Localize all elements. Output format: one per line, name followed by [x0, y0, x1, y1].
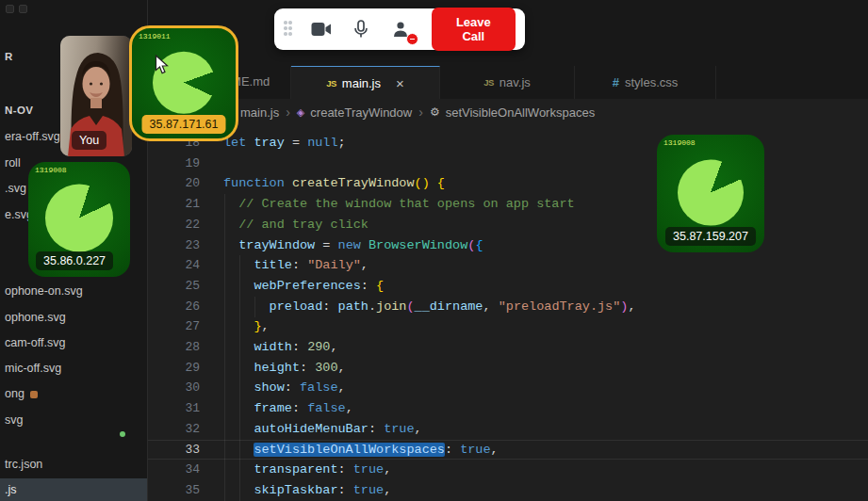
sidebar-file-item[interactable]: ophone-on.svg — [0, 280, 147, 302]
file-name: trc.json — [5, 458, 42, 471]
file-name: mic-off.svg — [5, 362, 61, 375]
code-line-text: function createTrayWindow() { — [223, 173, 445, 194]
file-name: R — [5, 51, 13, 62]
code-line[interactable]: 32 autoHideMenuBar: true, — [148, 419, 868, 440]
file-name: .svg — [5, 182, 26, 195]
code-line[interactable]: 29 height: 300, — [148, 358, 868, 379]
line-number: 34 — [148, 460, 200, 480]
tab-main-js[interactable]: JS main.js × — [291, 66, 440, 99]
git-status-dot — [120, 431, 125, 437]
sidebar-file-item[interactable]: .js — [0, 478, 147, 501]
code-line-text: autoHideMenuBar: true, — [223, 419, 422, 440]
participants-button[interactable] — [387, 15, 416, 43]
participant-name-badge: 35.87.159.207 — [665, 227, 756, 246]
code-line[interactable]: 33 setVisibleOnAllWorkspaces: true, — [148, 440, 868, 461]
code-line[interactable]: 35 skipTaskbar: true, — [148, 480, 868, 501]
drag-handle-icon[interactable] — [284, 21, 293, 38]
code-line-text: // Create the window that opens on app s… — [223, 194, 575, 215]
tab-bar: README.md JS main.js × JS nav.js # style… — [148, 66, 868, 99]
code-line[interactable]: 28 width: 290, — [148, 337, 868, 358]
line-number: 24 — [148, 255, 200, 276]
code-line-text: // and tray click — [223, 215, 368, 235]
code-line-text: transparent: true, — [223, 460, 391, 480]
file-name: ophone.svg — [5, 311, 66, 324]
camera-icon — [311, 22, 332, 37]
code-line[interactable]: 25 webPreferences: { — [148, 276, 868, 297]
line-number: 29 — [148, 358, 200, 379]
close-tab-icon[interactable]: × — [396, 75, 404, 91]
participant-meter-text: 1319008 — [35, 166, 67, 174]
css-file-icon: # — [613, 75, 619, 89]
code-line-text: }, — [223, 316, 270, 337]
tab-nav-js[interactable]: JS nav.js — [440, 66, 575, 99]
participant-name-badge: 35.86.0.227 — [36, 251, 113, 270]
code-line[interactable]: 26 preload: path.join(__dirname, "preloa… — [148, 297, 868, 317]
code-line[interactable]: 34 transparent: true, — [148, 460, 868, 480]
code-line-text: let tray = null; — [223, 133, 346, 154]
daily-logo — [45, 185, 113, 252]
participant-tile-selected[interactable]: 1319011 35.87.171.61 — [129, 25, 238, 141]
chevron-right-icon: › — [286, 105, 290, 120]
code-line-text: webPreferences: { — [223, 276, 384, 297]
code-line[interactable]: 27 }, — [148, 316, 868, 337]
line-number: 32 — [148, 419, 200, 440]
breadcrumb: main.js › ◈ createTrayWindow › ⚙ setVisi… — [148, 99, 868, 125]
participant-tile-right[interactable]: 1319008 35.87.159.207 — [657, 135, 764, 252]
js-file-icon: JS — [483, 77, 494, 88]
code-line-text: show: false, — [223, 378, 346, 398]
daily-logo — [678, 159, 744, 225]
line-number: 20 — [148, 173, 200, 194]
js-file-icon: JS — [326, 78, 336, 89]
breadcrumb-file[interactable]: main.js — [240, 105, 279, 120]
symbol-property-icon: ⚙ — [430, 105, 440, 119]
tab-label: styles.css — [625, 75, 678, 89]
mouse-cursor — [155, 55, 170, 79]
line-number: 27 — [148, 316, 200, 337]
breadcrumb-symbol-property[interactable]: setVisibleOnAllWorkspaces — [446, 105, 595, 120]
microphone-icon — [353, 20, 368, 39]
sidebar-file-item[interactable]: svg — [0, 409, 147, 431]
line-number: 35 — [148, 480, 200, 501]
symbol-function-icon: ◈ — [297, 106, 304, 119]
code-line[interactable]: 24 title: "Daily", — [148, 255, 868, 276]
participant-name-badge: You — [72, 131, 106, 150]
microphone-button[interactable] — [348, 15, 376, 43]
participant-meter-text: 1319008 — [663, 138, 696, 147]
sidebar-file-item[interactable]: mic-off.svg — [0, 357, 147, 380]
screen: { "toolbar": { "leave_call_label": "Leav… — [0, 0, 868, 501]
participant-tile-left[interactable]: 1319008 35.86.0.227 — [28, 162, 130, 277]
camera-button[interactable] — [307, 15, 336, 43]
participant-alert-badge — [406, 33, 418, 45]
line-number: 31 — [148, 398, 200, 419]
code-line[interactable]: 31 frame: false, — [148, 398, 868, 419]
code-line[interactable]: 30 show: false, — [148, 378, 868, 398]
line-number: 28 — [148, 337, 200, 358]
tab-styles-css[interactable]: # styles.css — [575, 66, 716, 99]
line-number: 23 — [148, 235, 200, 256]
participant-meter-text: 1319011 — [139, 32, 171, 40]
leave-call-button[interactable]: Leave Call — [432, 8, 516, 51]
code-line-text: title: "Daily", — [223, 255, 368, 276]
participant-name-badge: 35.87.171.61 — [142, 115, 226, 134]
chevron-right-icon: › — [418, 105, 423, 120]
file-name: .js — [5, 483, 17, 496]
sidebar-file-item[interactable]: cam-off.svg — [0, 331, 147, 354]
code-line-text: setVisibleOnAllWorkspaces: true, — [223, 440, 499, 461]
titlebar-icon — [6, 5, 14, 13]
sidebar-file-item[interactable]: ophone.svg — [0, 306, 147, 329]
tab-label: nav.js — [500, 75, 531, 89]
code-line-text: width: 290, — [223, 337, 338, 358]
call-toolbar: Leave Call — [274, 8, 525, 50]
tab-label: main.js — [342, 76, 381, 90]
participant-tile-you[interactable]: You — [60, 36, 132, 156]
breadcrumb-symbol-function[interactable]: createTrayWindow — [310, 105, 412, 120]
titlebar-icon — [19, 5, 27, 13]
code-line-text: frame: false, — [223, 398, 353, 419]
file-name: svg — [5, 413, 23, 427]
sidebar-file-item[interactable]: trc.json — [0, 453, 147, 476]
sidebar-file-item[interactable]: ong — [0, 382, 147, 405]
file-status-badge — [30, 391, 38, 398]
file-name: ong — [5, 387, 25, 400]
line-number: 22 — [148, 215, 200, 235]
line-number: 30 — [148, 378, 200, 398]
